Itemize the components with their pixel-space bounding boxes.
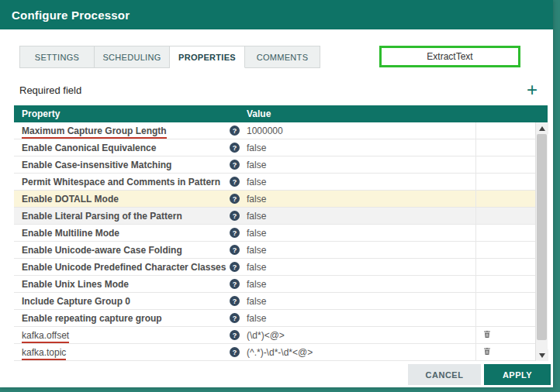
tab-comments[interactable]: COMMENTS — [245, 46, 320, 68]
help-icon[interactable]: ? — [230, 313, 240, 323]
row-actions — [475, 327, 535, 343]
property-name: kafka.topic — [22, 347, 66, 360]
row-actions — [475, 208, 535, 224]
table-row: Enable Unicode Predefined Character Clas… — [14, 259, 535, 276]
property-name: Enable Unicode-aware Case Folding — [22, 245, 182, 256]
dialog-footer: CANCEL APPLY — [0, 364, 553, 387]
property-name: Maximum Capture Group Length — [22, 126, 167, 139]
help-icon[interactable]: ? — [230, 143, 240, 153]
table-row: Enable Canonical Equivalence ? false — [14, 139, 535, 156]
tab-scheduling[interactable]: SCHEDULING — [95, 46, 170, 68]
help-icon[interactable]: ? — [230, 279, 240, 289]
table-row: kafka.offset ? (\d*)<@> — [14, 327, 535, 344]
properties-table-body: Maximum Capture Group Length ? 1000000 E… — [14, 122, 535, 361]
table-row: Permit Whitespace and Comments in Patter… — [14, 174, 535, 191]
row-actions — [475, 139, 535, 156]
property-name: Include Capture Group 0 — [22, 296, 130, 307]
table-scrollbar — [535, 122, 548, 361]
property-column-header: Property — [22, 108, 60, 119]
help-icon[interactable]: ? — [230, 160, 240, 170]
dialog-title: Configure Processor — [12, 9, 130, 22]
property-name: Enable Canonical Equivalence — [22, 143, 156, 153]
row-actions — [475, 276, 535, 292]
cancel-button[interactable]: CANCEL — [408, 364, 481, 385]
row-actions — [475, 156, 535, 173]
table-header-row: Property Value — [14, 105, 548, 122]
property-name: Enable Unicode Predefined Character Clas… — [22, 262, 226, 273]
help-icon[interactable]: ? — [230, 347, 240, 357]
tab-settings[interactable]: SETTINGS — [19, 46, 95, 68]
row-actions — [475, 242, 535, 258]
property-value[interactable]: false — [247, 211, 266, 222]
property-name: Enable Unix Lines Mode — [22, 279, 129, 290]
property-name: Enable repeating capture group — [22, 313, 162, 324]
help-icon[interactable]: ? — [230, 177, 240, 187]
configure-processor-dialog: Configure Processor SETTINGSSCHEDULINGPR… — [0, 0, 553, 387]
row-actions — [475, 259, 535, 275]
property-value[interactable]: false — [247, 143, 266, 153]
processor-name-label: ExtractText — [427, 51, 472, 62]
property-name: Permit Whitespace and Comments in Patter… — [22, 177, 220, 187]
properties-table: Property Value Maximum Capture Group Len… — [14, 105, 548, 361]
apply-button[interactable]: APPLY — [484, 364, 551, 385]
help-icon[interactable]: ? — [230, 330, 240, 340]
value-column-header: Value — [247, 108, 271, 119]
scroll-down-icon — [539, 353, 545, 358]
row-actions — [475, 174, 535, 190]
property-value[interactable]: (^.*)-\d*-\d*<@> — [247, 347, 313, 358]
property-value[interactable]: 1000000 — [247, 126, 283, 136]
processor-name-annotation: ExtractText — [379, 46, 520, 67]
table-row: Include Capture Group 0 ? false — [14, 293, 535, 310]
table-row: Enable Unicode-aware Case Folding ? fals… — [14, 242, 535, 259]
help-icon[interactable]: ? — [230, 296, 240, 306]
property-value[interactable]: false — [247, 262, 266, 273]
property-value[interactable]: false — [247, 194, 266, 205]
help-icon[interactable]: ? — [230, 262, 240, 272]
delete-property-button[interactable] — [482, 329, 492, 342]
property-value[interactable]: false — [247, 160, 266, 170]
table-row: Enable Case-insensitive Matching ? false — [14, 156, 535, 174]
trash-icon — [482, 329, 492, 339]
property-value[interactable]: false — [247, 279, 266, 290]
property-name: Enable Case-insensitive Matching — [22, 160, 171, 170]
tab-bar: SETTINGSSCHEDULINGPROPERTIESCOMMENTS — [19, 46, 320, 68]
add-property-button[interactable]: + — [515, 77, 549, 102]
table-row: Enable Literal Parsing of the Pattern ? … — [14, 208, 535, 225]
scroll-down-button[interactable] — [536, 349, 548, 361]
help-icon[interactable]: ? — [230, 211, 240, 221]
table-row: Enable DOTALL Mode ? false — [14, 191, 535, 208]
help-icon[interactable]: ? — [230, 194, 240, 204]
help-icon[interactable]: ? — [230, 228, 240, 238]
property-name: Enable Literal Parsing of the Pattern — [22, 211, 182, 222]
delete-property-button[interactable] — [482, 346, 492, 359]
dialog-header: Configure Processor — [0, 0, 553, 29]
table-row: Maximum Capture Group Length ? 1000000 — [14, 122, 535, 139]
property-value[interactable]: false — [247, 296, 266, 307]
plus-icon: + — [527, 79, 538, 100]
scroll-up-button[interactable] — [536, 122, 548, 134]
table-row: kafka.topic ? (^.*)-\d*-\d*<@> — [14, 344, 535, 361]
scrollbar-thumb[interactable] — [537, 134, 547, 340]
required-field-label: Required field — [19, 84, 81, 96]
row-actions — [475, 122, 535, 139]
tab-properties[interactable]: PROPERTIES — [170, 46, 245, 68]
row-actions — [475, 310, 535, 326]
row-actions — [475, 344, 535, 360]
property-value[interactable]: (\d*)<@> — [247, 330, 285, 341]
help-icon[interactable]: ? — [230, 245, 240, 255]
row-actions — [475, 191, 535, 207]
property-value[interactable]: false — [247, 245, 266, 256]
table-row: Enable Multiline Mode ? false — [14, 225, 535, 242]
row-actions — [475, 293, 535, 309]
property-name: Enable Multiline Mode — [22, 228, 119, 239]
row-actions — [475, 225, 535, 241]
property-value[interactable]: false — [247, 177, 266, 187]
property-value[interactable]: false — [247, 228, 266, 239]
scroll-up-icon — [539, 126, 545, 131]
property-name: Enable DOTALL Mode — [22, 194, 119, 205]
trash-icon — [482, 346, 492, 356]
table-row: Enable repeating capture group ? false — [14, 310, 535, 327]
property-value[interactable]: false — [247, 313, 266, 324]
table-row: Enable Unix Lines Mode ? false — [14, 276, 535, 293]
help-icon[interactable]: ? — [230, 126, 240, 136]
